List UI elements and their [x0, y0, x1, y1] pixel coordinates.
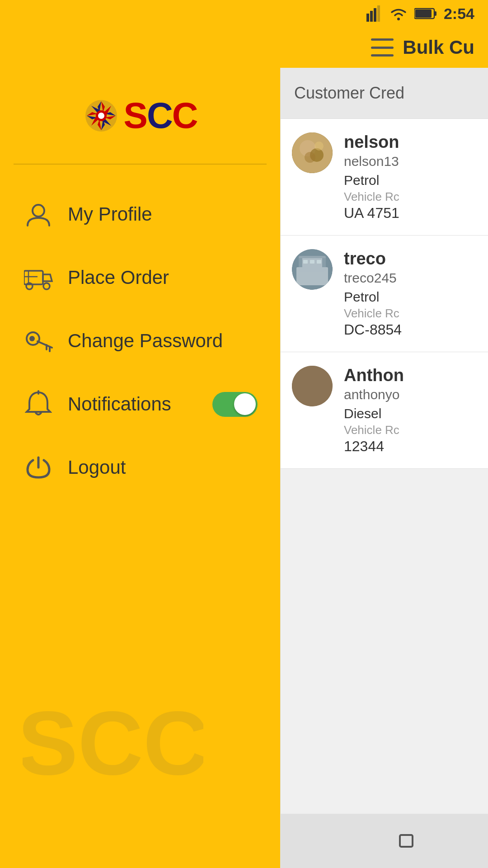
customer-username-nelson: nelson13: [344, 154, 477, 169]
customer-name-nelson: nelson: [344, 132, 477, 152]
sidebar-item-logout[interactable]: Logout: [0, 436, 280, 499]
svg-point-4: [397, 18, 400, 20]
svg-point-41: [292, 249, 333, 290]
svg-rect-48: [317, 260, 321, 264]
customer-vehicle-no-treco: DC-8854: [344, 321, 477, 338]
treco-img: [292, 249, 333, 290]
sidebar-item-place-order[interactable]: Place Order: [0, 246, 280, 309]
customer-vehicle-no-nelson: UA 4751: [344, 205, 477, 222]
signal-icon: [366, 5, 383, 22]
customer-card-anthony[interactable]: Anthon anthonyo Diesel Vehicle Rc 12344: [281, 352, 488, 469]
sidebar-item-label-logout: Logout: [68, 457, 126, 478]
sidebar-item-label-my-profile: My Profile: [68, 203, 152, 225]
svg-point-23: [33, 205, 44, 217]
status-bar-right: 2:54: [366, 5, 474, 23]
sidebar-item-label-notifications: Notifications: [68, 393, 171, 415]
logo-text: S C C: [124, 95, 197, 137]
logo-icon: [83, 98, 119, 134]
svg-rect-42: [296, 267, 328, 283]
user-icon: [23, 198, 54, 230]
sidebar: S C C My Profile: [0, 68, 280, 868]
svg-rect-50: [310, 270, 314, 274]
section-header: Customer Cred: [281, 68, 488, 119]
customer-username-anthony: anthonyo: [344, 387, 477, 402]
right-panel: Customer Cred nelson nelson13: [280, 68, 488, 868]
svg-rect-51: [317, 270, 321, 274]
header-bar: Bulk Cu: [0, 27, 488, 68]
customer-vehicle-label-nelson: Vehicle Rc: [344, 190, 477, 204]
hamburger-button[interactable]: [371, 38, 394, 57]
customer-name-treco: treco: [344, 249, 477, 269]
customer-card-inner-anthony: Anthon anthonyo Diesel Vehicle Rc 12344: [292, 366, 477, 455]
svg-rect-55: [400, 835, 413, 847]
order-icon: [23, 262, 54, 293]
svg-rect-1: [370, 11, 373, 22]
sidebar-item-label-place-order: Place Order: [68, 267, 169, 288]
customer-vehicle-label-treco: Vehicle Rc: [344, 307, 477, 321]
logo-c1: C: [147, 95, 172, 137]
logo-divider: [14, 164, 267, 165]
svg-rect-45: [322, 258, 326, 283]
status-bar: 2:54: [0, 0, 488, 27]
customer-username-treco: treco245: [344, 270, 477, 286]
logo-s: S: [124, 95, 147, 137]
svg-rect-44: [299, 258, 302, 283]
svg-rect-46: [303, 260, 308, 264]
svg-text:SCC: SCC: [23, 693, 203, 793]
key-icon: [23, 325, 54, 357]
logo-area: S C C: [0, 86, 280, 164]
power-icon: [23, 452, 54, 483]
notifications-toggle[interactable]: [212, 392, 258, 417]
customer-card-inner-treco: treco treco245 Petrol Vehicle Rc DC-8854: [292, 249, 477, 338]
svg-point-39: [305, 152, 315, 163]
svg-rect-6: [434, 11, 436, 16]
svg-rect-3: [377, 5, 380, 22]
sidebar-item-change-password[interactable]: Change Password: [0, 309, 280, 373]
status-time: 2:54: [444, 5, 474, 23]
section-header-text: Customer Cred: [294, 84, 404, 102]
svg-point-22: [98, 113, 104, 119]
svg-rect-43: [301, 258, 324, 269]
customer-fuel-treco: Petrol: [344, 289, 477, 305]
svg-rect-0: [366, 14, 369, 22]
recent-button[interactable]: [389, 823, 425, 859]
toggle-knob: [234, 393, 256, 415]
svg-rect-24: [24, 271, 43, 284]
watermark: SCC: [23, 642, 203, 823]
customer-info-nelson: nelson nelson13 Petrol Vehicle Rc UA 475…: [344, 132, 477, 222]
svg-rect-2: [374, 8, 376, 22]
toggle-switch-notifications[interactable]: [212, 392, 258, 417]
customer-name-anthony: Anthon: [344, 366, 477, 385]
customer-card-inner-nelson: nelson nelson13 Petrol Vehicle Rc UA 475…: [292, 132, 477, 222]
customer-vehicle-label-anthony: Vehicle Rc: [344, 423, 477, 437]
svg-point-40: [314, 142, 324, 151]
sidebar-item-notifications[interactable]: Notifications: [0, 373, 280, 436]
svg-rect-49: [303, 270, 308, 274]
svg-rect-47: [310, 260, 314, 264]
avatar-anthony: [292, 366, 333, 406]
customer-info-treco: treco treco245 Petrol Vehicle Rc DC-8854: [344, 249, 477, 338]
customer-fuel-anthony: Diesel: [344, 406, 477, 421]
customer-card-nelson[interactable]: nelson nelson13 Petrol Vehicle Rc UA 475…: [281, 119, 488, 236]
sidebar-item-my-profile[interactable]: My Profile: [0, 183, 280, 246]
wifi-icon: [389, 5, 408, 22]
customer-card-treco[interactable]: treco treco245 Petrol Vehicle Rc DC-8854: [281, 236, 488, 352]
customer-vehicle-no-anthony: 12344: [344, 438, 477, 455]
main-layout: S C C My Profile: [0, 68, 488, 868]
svg-point-52: [292, 366, 333, 406]
sidebar-item-label-change-password: Change Password: [68, 330, 223, 352]
bell-icon: [23, 388, 54, 420]
svg-point-26: [43, 283, 50, 289]
customer-info-anthony: Anthon anthonyo Diesel Vehicle Rc 12344: [344, 366, 477, 455]
battery-icon: [414, 7, 437, 20]
header-title: Bulk Cu: [403, 37, 474, 58]
avatar-nelson: [292, 132, 333, 173]
customer-fuel-nelson: Petrol: [344, 173, 477, 188]
avatar-treco: [292, 249, 333, 290]
logo-c2: C: [172, 95, 197, 137]
svg-point-33: [29, 336, 35, 341]
svg-rect-7: [415, 9, 432, 18]
